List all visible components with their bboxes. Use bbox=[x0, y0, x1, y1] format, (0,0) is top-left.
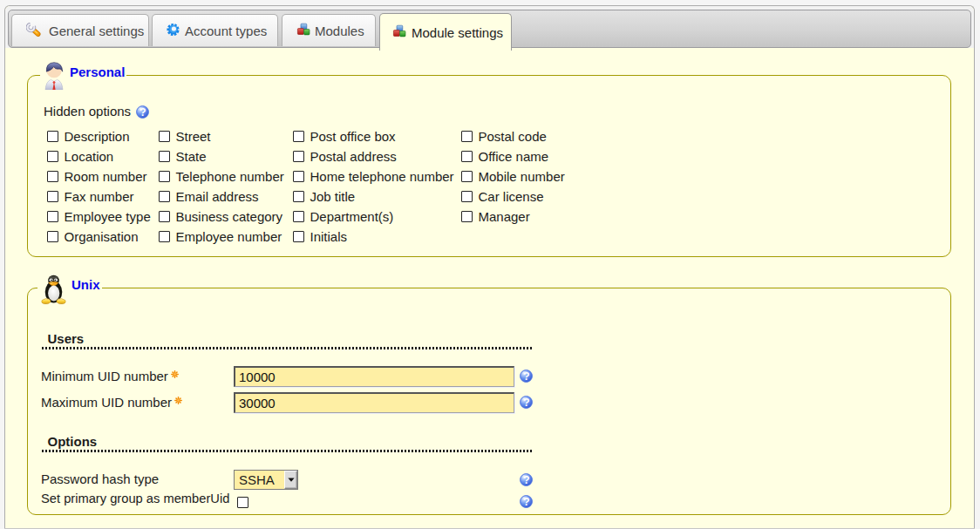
svg-text:?: ? bbox=[523, 474, 530, 486]
svg-text:?: ? bbox=[523, 496, 530, 508]
svg-text:?: ? bbox=[523, 397, 530, 409]
svg-text:?: ? bbox=[523, 370, 530, 383]
svg-text:?: ? bbox=[140, 105, 146, 118]
